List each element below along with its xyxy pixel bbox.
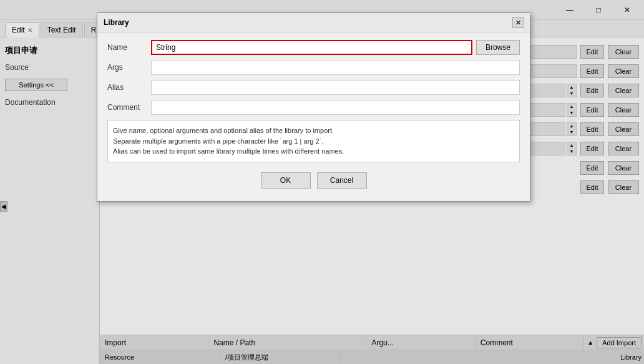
modal-title-bar: Library ✕: [97, 13, 530, 32]
modal-comment-row: Comment: [107, 100, 520, 115]
modal-body: Name Browse Args Alias Comment Give name: [97, 32, 530, 201]
modal-cancel-button[interactable]: Cancel: [317, 172, 367, 189]
modal-args-row: Args: [107, 60, 520, 75]
modal-help-text: Give name, optional arguments and option…: [107, 120, 520, 162]
modal-args-input[interactable]: [151, 60, 520, 75]
modal-name-row: Name Browse: [107, 40, 520, 55]
modal-name-input[interactable]: [151, 40, 472, 55]
modal-args-label: Args: [107, 63, 151, 72]
modal-browse-button[interactable]: Browse: [476, 40, 520, 55]
library-modal: Library ✕ Name Browse Args Alias Comment: [97, 12, 530, 202]
modal-overlay: Library ✕ Name Browse Args Alias Comment: [0, 0, 644, 364]
modal-close-button[interactable]: ✕: [512, 17, 524, 28]
modal-alias-label: Alias: [107, 83, 151, 92]
modal-comment-input[interactable]: [151, 100, 520, 115]
modal-comment-label: Comment: [107, 103, 151, 112]
modal-alias-row: Alias: [107, 80, 520, 95]
modal-footer: OK Cancel: [107, 167, 520, 194]
modal-ok-button[interactable]: OK: [261, 172, 311, 189]
modal-alias-input[interactable]: [151, 80, 520, 95]
modal-name-label: Name: [107, 43, 151, 52]
modal-title: Library: [104, 18, 129, 27]
